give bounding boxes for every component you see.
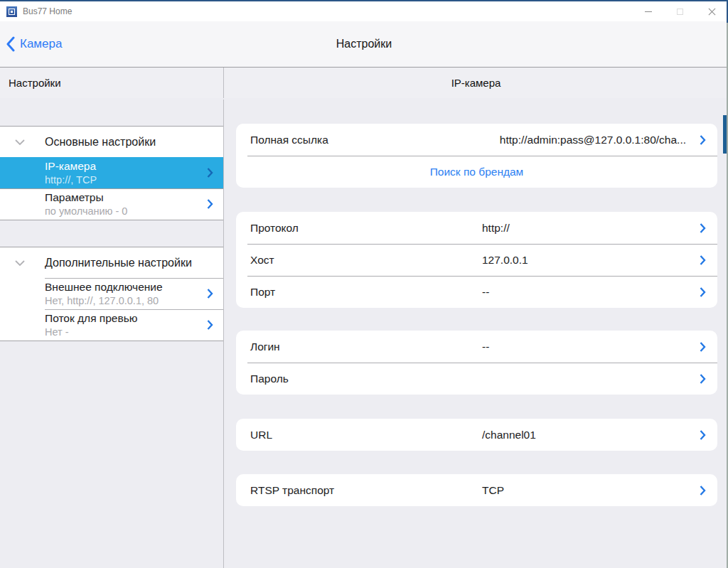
settings-row[interactable]: Логин-- xyxy=(236,331,717,363)
content-area: Основные настройкиIP-камераhttp://, TCPП… xyxy=(0,100,728,568)
settings-card: Протоколhttp://Хост127.0.0.1Порт-- xyxy=(236,212,717,308)
sidebar-item-subtitle: по умолчанию - 0 xyxy=(45,205,223,218)
settings-card: Полная ссылкаhttp://admin:pass@127.0.0.1… xyxy=(236,124,717,188)
title-bar: Bus77 Home xyxy=(0,1,728,21)
sidebar-group-header[interactable]: Дополнительные настройки xyxy=(0,247,223,278)
minimize-button[interactable] xyxy=(632,1,664,21)
app-window: Bus77 Home Камера Настройки Настройки IP… xyxy=(0,0,728,568)
sidebar-gap xyxy=(0,220,223,247)
chevron-right-icon xyxy=(700,485,706,495)
link-label: Поиск по брендам xyxy=(430,166,524,178)
settings-panel: Полная ссылкаhttp://admin:pass@127.0.0.1… xyxy=(224,100,728,568)
page-title: Настройки xyxy=(0,21,728,67)
sidebar-group-label: Основные настройки xyxy=(45,136,156,149)
settings-row-label: Пароль xyxy=(250,373,289,385)
sidebar-gap xyxy=(0,100,223,126)
settings-row-value: /channel01 xyxy=(482,429,536,441)
settings-row-value: http:// xyxy=(482,222,510,235)
settings-row[interactable]: Пароль xyxy=(236,363,717,395)
close-button[interactable] xyxy=(696,1,728,21)
close-icon xyxy=(708,8,716,16)
search-by-brands-link[interactable]: Поиск по брендам xyxy=(236,156,717,188)
settings-row-label: RTSP транспорт xyxy=(250,484,334,497)
settings-row[interactable]: RTSP транспортTCP xyxy=(236,474,717,506)
chevron-down-icon xyxy=(14,139,26,146)
sidebar-group-header[interactable]: Основные настройки xyxy=(0,127,223,157)
chevron-right-icon xyxy=(207,199,213,210)
sidebar-item-title: Внешнее подключение xyxy=(45,280,223,294)
settings-row[interactable]: Порт-- xyxy=(236,276,717,308)
chevron-down-icon xyxy=(14,259,26,267)
settings-panel-header: IP-камера xyxy=(224,68,728,98)
chevron-right-icon xyxy=(700,134,706,145)
app-logo-icon xyxy=(6,6,17,17)
settings-card: URL/channel01 xyxy=(236,419,717,451)
sidebar-item-subtitle: Нет, http://, 127.0.0.1, 80 xyxy=(45,294,223,307)
settings-row-label: Логин xyxy=(250,341,280,353)
sidebar-group-label: Дополнительные настройки xyxy=(45,257,192,269)
settings-row[interactable]: Протоколhttp:// xyxy=(236,212,717,244)
back-button[interactable]: Камера xyxy=(6,21,62,67)
chevron-right-icon xyxy=(700,286,706,297)
chevron-right-icon xyxy=(700,223,706,233)
sidebar-item[interactable]: Поток для превьюНет - xyxy=(0,309,223,341)
window-controls xyxy=(632,1,728,21)
settings-row-label: Полная ссылка xyxy=(250,134,328,146)
settings-row-value: TCP xyxy=(482,484,504,497)
sidebar-group: Дополнительные настройкиВнешнее подключе… xyxy=(0,247,223,341)
back-button-label: Камера xyxy=(20,37,62,51)
settings-row[interactable]: Полная ссылкаhttp://admin:pass@127.0.0.1… xyxy=(236,124,717,156)
sidebar-item[interactable]: IP-камераhttp://, TCP xyxy=(0,157,223,188)
chevron-right-icon xyxy=(700,373,706,384)
sidebar: Основные настройкиIP-камераhttp://, TCPП… xyxy=(0,100,224,568)
chevron-right-icon xyxy=(700,254,706,265)
chevron-right-icon xyxy=(207,320,213,331)
settings-row[interactable]: URL/channel01 xyxy=(236,419,717,451)
chevron-right-icon xyxy=(700,429,706,440)
settings-row[interactable]: Хост127.0.0.1 xyxy=(236,244,717,276)
sidebar-item-title: Поток для превью xyxy=(45,311,223,326)
settings-row-value: 127.0.0.1 xyxy=(482,254,528,267)
sidebar-item[interactable]: Внешнее подключениеНет, http://, 127.0.0… xyxy=(0,278,223,309)
panel-headers: Настройки IP-камера xyxy=(0,67,728,98)
sidebar-group: Основные настройкиIP-камераhttp://, TCPП… xyxy=(0,126,223,220)
chevron-right-icon xyxy=(207,289,213,299)
sidebar-item-subtitle: http://, TCP xyxy=(45,173,223,186)
settings-row-value: -- xyxy=(482,341,489,353)
nav-header: Камера Настройки xyxy=(0,21,728,67)
maximize-icon xyxy=(677,9,683,15)
window-title: Bus77 Home xyxy=(23,6,72,16)
settings-row-value: -- xyxy=(482,286,489,299)
sidebar-item[interactable]: Параметрыпо умолчанию - 0 xyxy=(0,188,223,220)
settings-card: RTSP транспортTCP xyxy=(236,474,717,506)
settings-row-value: http://admin:pass@127.0.0.1:80/cha... xyxy=(500,134,686,146)
minimize-icon xyxy=(645,11,652,12)
settings-card: Логин--Пароль xyxy=(236,331,717,395)
settings-row-label: Хост xyxy=(250,254,274,267)
settings-row-label: URL xyxy=(250,429,272,441)
settings-row-label: Порт xyxy=(250,286,275,299)
settings-row-label: Протокол xyxy=(250,222,299,235)
back-chevron-icon xyxy=(6,36,15,52)
chevron-right-icon xyxy=(700,341,706,352)
sidebar-panel-header: Настройки xyxy=(0,68,224,98)
sidebar-item-title: IP-камера xyxy=(45,159,223,173)
maximize-button[interactable] xyxy=(664,1,696,21)
sidebar-item-title: Параметры xyxy=(45,191,223,205)
chevron-right-icon xyxy=(207,168,213,178)
sidebar-item-subtitle: Нет - xyxy=(45,326,223,338)
